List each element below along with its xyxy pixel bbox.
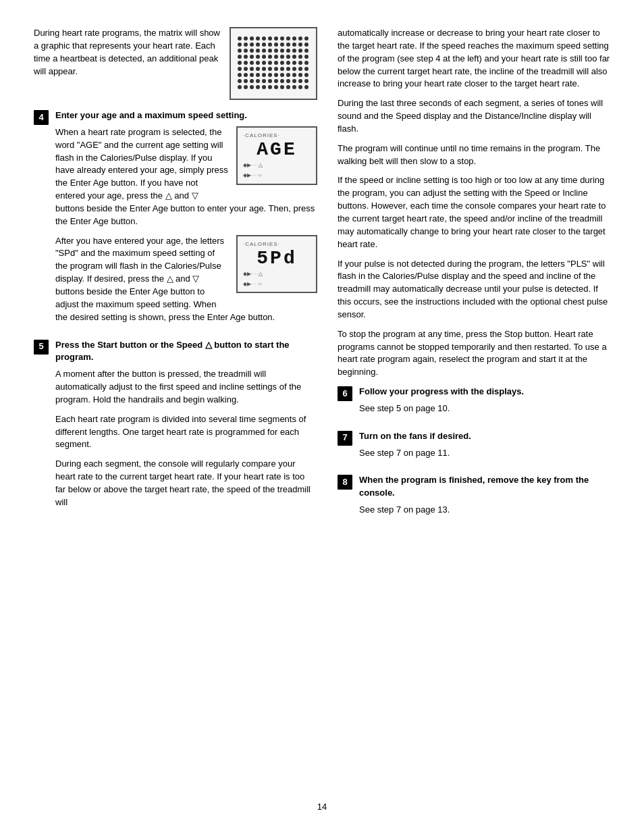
dot	[298, 85, 302, 89]
dot	[262, 85, 266, 89]
right-para3: The program will continue until no time …	[338, 142, 610, 168]
dot	[250, 55, 254, 59]
step4-para2-wrap: ·CALORIES· 5Pd ◆▶· · ·△ ◆▶· · ·○ After y…	[55, 235, 317, 331]
lcd-top-label: ·CALORIES·	[243, 132, 280, 140]
dot	[280, 85, 284, 89]
dot	[244, 36, 248, 41]
dot	[304, 85, 308, 89]
intro-para: During heart rate programs, the matrix w…	[34, 27, 220, 78]
intro-block: During heart rate programs, the matrix w…	[34, 27, 317, 100]
dot	[298, 49, 302, 53]
step-7-number: 7	[338, 431, 352, 446]
dot	[250, 36, 254, 41]
dot	[268, 49, 272, 53]
dot	[262, 36, 266, 41]
dot	[280, 36, 284, 41]
dot	[244, 73, 248, 77]
dot	[304, 55, 308, 59]
dot	[274, 55, 278, 59]
dot	[244, 55, 248, 59]
step-7-title: Turn on the fans if desired.	[359, 430, 610, 443]
dot	[280, 67, 284, 71]
dot	[274, 79, 278, 83]
intro-text: During heart rate programs, the matrix w…	[34, 27, 220, 100]
step5-para1: A moment after the button is pressed, th…	[55, 368, 317, 407]
lcd-spd-display: 5Pd	[257, 249, 296, 268]
dot	[286, 36, 290, 41]
dot	[304, 73, 308, 77]
dot	[256, 36, 260, 41]
dot	[280, 43, 284, 47]
dot	[238, 61, 242, 65]
dot	[256, 61, 260, 65]
dot	[244, 79, 248, 83]
lcd-bot-icons4: ◆▶· · ·○	[243, 280, 262, 288]
step-5-block: 5 Press the Start button or the Speed △ …	[34, 339, 317, 516]
step-8-title: When the program is finished, remove the…	[359, 474, 610, 500]
dot	[304, 49, 308, 53]
dot	[304, 67, 308, 71]
dot	[268, 85, 272, 89]
dot	[244, 61, 248, 65]
step4-para1-wrap: ·CALORIES· AGE ◆▶· · ·△ ◆▶· · ·○ When a …	[55, 126, 317, 235]
dot	[298, 55, 302, 59]
step-4-title: Enter your age and a maximum speed setti…	[55, 109, 317, 122]
age-display-wrap: ·CALORIES· AGE ◆▶· · ·△ ◆▶· · ·○	[236, 126, 317, 185]
dot	[274, 36, 278, 41]
right-para5: If your pulse is not detected during the…	[338, 258, 610, 321]
dot	[256, 79, 260, 83]
step-5-title: Press the Start button or the Speed △ bu…	[55, 339, 317, 365]
dot	[286, 61, 290, 65]
dot	[280, 73, 284, 77]
dot	[256, 67, 260, 71]
dot	[286, 67, 290, 71]
step-6-content: Follow your progress with the displays. …	[359, 386, 610, 422]
step-4-block: 4 Enter your age and a maximum speed set…	[34, 109, 317, 331]
dot	[298, 79, 302, 83]
dot	[298, 73, 302, 77]
dot	[280, 49, 284, 53]
dot	[262, 73, 266, 77]
step-6-block: 6 Follow your progress with the displays…	[338, 386, 610, 422]
dot	[286, 49, 290, 53]
dot	[286, 85, 290, 89]
step8-para: See step 7 on page 13.	[359, 504, 610, 517]
dot	[280, 55, 284, 59]
step-6-number: 6	[338, 386, 352, 401]
dot	[256, 49, 260, 53]
dot	[262, 79, 266, 83]
dot	[274, 61, 278, 65]
dot	[262, 61, 266, 65]
lcd-bot-icons3: ◆▶· · ·△	[243, 270, 263, 278]
dot	[250, 73, 254, 77]
dot	[298, 43, 302, 47]
step-5-content: Press the Start button or the Speed △ bu…	[55, 339, 317, 516]
dot	[262, 49, 266, 53]
step-6-title: Follow your progress with the displays.	[359, 386, 610, 398]
matrix-box	[230, 27, 317, 100]
dot	[298, 67, 302, 71]
dot	[244, 43, 248, 47]
page: During heart rate programs, the matrix w…	[0, 0, 644, 834]
step6-para: See step 5 on page 10.	[359, 402, 610, 415]
right-para6: To stop the program at any time, press t…	[338, 328, 610, 379]
dot	[292, 79, 296, 83]
dot	[256, 73, 260, 77]
dot	[268, 36, 272, 41]
dot	[238, 85, 242, 89]
step-7-content: Turn on the fans if desired. See step 7 …	[359, 430, 610, 467]
step-8-content: When the program is finished, remove the…	[359, 474, 610, 523]
dot	[274, 67, 278, 71]
dot	[274, 49, 278, 53]
dot	[244, 67, 248, 71]
dot	[298, 61, 302, 65]
dot	[304, 79, 308, 83]
right-column: automatically increase or decrease to br…	[338, 27, 610, 531]
step-8-number: 8	[338, 475, 352, 490]
dot	[286, 79, 290, 83]
dot	[238, 73, 242, 77]
dot	[292, 67, 296, 71]
dot	[268, 43, 272, 47]
dot	[256, 55, 260, 59]
dot	[238, 36, 242, 41]
